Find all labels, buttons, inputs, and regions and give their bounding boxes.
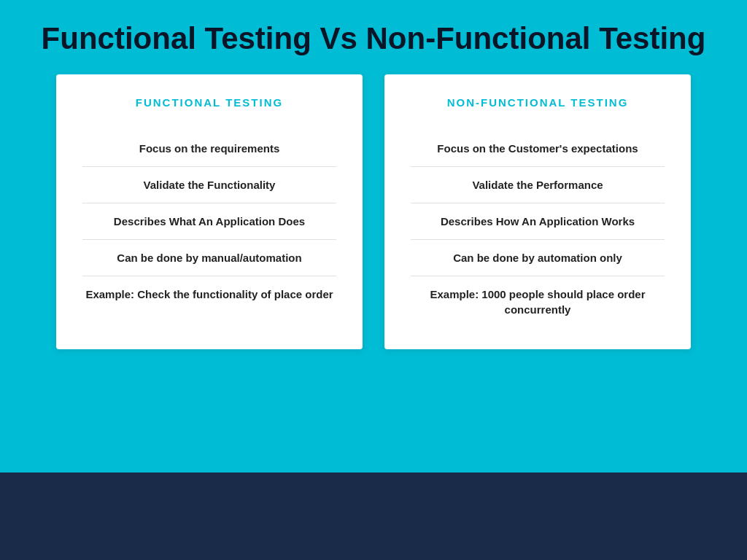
card-item-text-non-functional-4: Example: 1000 people should place order …: [430, 288, 645, 316]
card-item-functional-3: Can be done by manual/automation: [82, 240, 336, 276]
card-item-text-functional-1: Validate the Functionality: [144, 179, 276, 191]
page-title: Functional Testing Vs Non-Functional Tes…: [29, 20, 718, 57]
card-item-non-functional-2: Describes How An Application Works: [411, 203, 665, 240]
card-item-text-non-functional-0: Focus on the Customer's expectations: [437, 142, 638, 155]
background: Functional Testing Vs Non-Functional Tes…: [0, 0, 747, 560]
cards-container: FUNCTIONAL TESTINGFocus on the requireme…: [0, 74, 747, 349]
card-item-text-functional-4: Example: Check the functionality of plac…: [85, 288, 333, 300]
card-item-text-non-functional-1: Validate the Performance: [472, 179, 603, 191]
card-item-functional-2: Describes What An Application Does: [82, 203, 336, 240]
title-area: Functional Testing Vs Non-Functional Tes…: [0, 0, 747, 74]
card-item-functional-0: Focus on the requirements: [82, 131, 336, 167]
card-item-text-functional-2: Describes What An Application Does: [114, 215, 305, 228]
card-item-functional-1: Validate the Functionality: [82, 167, 336, 203]
card-item-functional-4: Example: Check the functionality of plac…: [82, 276, 336, 312]
card-item-non-functional-3: Can be done by automation only: [411, 240, 665, 276]
card-functional: FUNCTIONAL TESTINGFocus on the requireme…: [56, 74, 363, 349]
card-item-non-functional-4: Example: 1000 people should place order …: [411, 276, 665, 327]
card-item-text-non-functional-2: Describes How An Application Works: [441, 215, 635, 228]
card-item-text-functional-0: Focus on the requirements: [139, 142, 280, 155]
bottom-bar: [0, 472, 747, 560]
card-item-non-functional-1: Validate the Performance: [411, 167, 665, 203]
card-title-non-functional: NON-FUNCTIONAL TESTING: [411, 95, 665, 110]
card-item-non-functional-0: Focus on the Customer's expectations: [411, 131, 665, 167]
card-item-text-non-functional-3: Can be done by automation only: [453, 252, 622, 264]
card-non-functional: NON-FUNCTIONAL TESTINGFocus on the Custo…: [384, 74, 691, 349]
card-item-text-functional-3: Can be done by manual/automation: [117, 252, 301, 264]
card-title-functional: FUNCTIONAL TESTING: [82, 95, 336, 110]
